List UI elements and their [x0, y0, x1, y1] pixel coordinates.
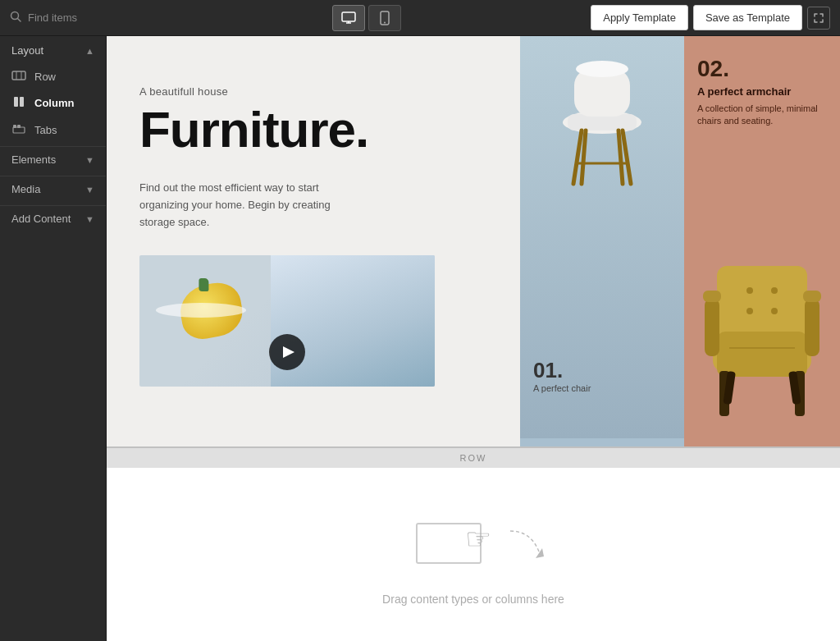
search-area	[10, 11, 143, 25]
svg-marker-40	[536, 548, 544, 558]
play-button[interactable]	[269, 334, 305, 370]
canvas-area: A beautifull house Furniture. Find out t…	[107, 36, 840, 641]
svg-rect-14	[17, 125, 21, 128]
drop-arrow-icon	[506, 527, 547, 560]
svg-point-36	[746, 287, 753, 294]
armchair-number: 02.	[697, 56, 827, 82]
mobile-device-btn[interactable]	[368, 5, 401, 31]
row-icon	[11, 70, 26, 83]
hero-description: Find out the most efficient way to start…	[139, 180, 336, 231]
search-input[interactable]	[28, 11, 143, 24]
chair-inner: 01. A perfect chair	[520, 36, 684, 438]
column-label: Column	[34, 97, 74, 109]
media-chevron-icon: ▼	[85, 185, 94, 195]
svg-point-39	[771, 308, 778, 314]
hero-left-content: A beautifull house Furniture. Find out t…	[107, 36, 520, 446]
chair-number: 01. A perfect chair	[533, 358, 591, 393]
row-label: ROW	[107, 446, 840, 468]
svg-rect-7	[12, 71, 25, 80]
svg-rect-11	[20, 97, 24, 107]
drop-zone-text: Drag content types or columns here	[382, 593, 564, 606]
add-content-label: Add Content	[11, 213, 71, 225]
main-layout: Layout ▲ Row Column	[0, 36, 840, 641]
svg-point-37	[771, 287, 778, 294]
white-chair-image	[545, 44, 660, 208]
svg-point-6	[384, 21, 386, 23]
svg-rect-2	[342, 12, 355, 21]
svg-line-1	[18, 19, 21, 22]
desktop-device-btn[interactable]	[332, 5, 365, 31]
svg-rect-28	[805, 299, 819, 356]
device-switcher	[332, 5, 401, 31]
svg-rect-25	[717, 332, 807, 377]
row-label: Row	[34, 71, 56, 83]
video-thumbnail[interactable]	[139, 255, 435, 387]
svg-rect-27	[705, 299, 719, 356]
armchair-image-area	[684, 208, 840, 446]
save-template-button[interactable]: Save as Template	[693, 5, 802, 30]
layout-section-header[interactable]: Layout ▲	[0, 36, 106, 63]
expand-button[interactable]	[807, 7, 830, 30]
template-actions: Apply Template Save as Template	[591, 5, 830, 30]
svg-rect-13	[13, 125, 16, 128]
layout-chevron-icon: ▲	[85, 46, 94, 56]
svg-rect-12	[13, 127, 25, 133]
layout-label: Layout	[11, 44, 43, 57]
sidebar-item-tabs[interactable]: Tabs	[0, 117, 106, 143]
sidebar: Layout ▲ Row Column	[0, 36, 107, 641]
hero-title: Furniture.	[139, 104, 487, 155]
drop-illustration: ☞	[416, 511, 531, 576]
elements-chevron-icon: ▼	[85, 155, 94, 165]
svg-rect-26	[717, 266, 807, 332]
elements-label: Elements	[11, 153, 56, 166]
svg-point-18	[576, 61, 628, 77]
hero-subtitle: A beautifull house	[139, 85, 487, 98]
tabs-icon	[11, 123, 26, 136]
sidebar-item-column[interactable]: Column	[0, 89, 106, 117]
svg-point-38	[746, 308, 753, 314]
topbar: Apply Template Save as Template	[0, 0, 840, 36]
column-icon	[11, 96, 26, 110]
add-content-chevron-icon: ▼	[85, 214, 94, 224]
svg-rect-30	[803, 291, 821, 302]
svg-rect-29	[703, 291, 721, 302]
add-content-section[interactable]: Add Content ▼	[0, 205, 106, 231]
sidebar-item-row[interactable]: Row	[0, 63, 106, 89]
svg-rect-10	[14, 97, 18, 107]
media-label: Media	[11, 183, 40, 195]
drop-zone[interactable]: ☞ Drag content types or columns here	[107, 468, 840, 641]
tabs-label: Tabs	[34, 124, 57, 136]
hero-section: A beautifull house Furniture. Find out t…	[107, 36, 840, 446]
armchair-title: A perfect armchair	[697, 85, 827, 98]
elements-section[interactable]: Elements ▼	[0, 146, 106, 172]
search-icon	[10, 11, 21, 25]
apply-template-button[interactable]: Apply Template	[591, 5, 688, 30]
media-section[interactable]: Media ▼	[0, 176, 106, 202]
armchair-svg	[696, 233, 828, 446]
armchair-description: A collection of simple, minimal chairs a…	[697, 103, 827, 128]
drop-hand-icon: ☞	[465, 522, 491, 556]
chair-section: 01. A perfect chair	[520, 36, 684, 446]
armchair-section: 02. A perfect armchair A collection of s…	[684, 36, 840, 446]
